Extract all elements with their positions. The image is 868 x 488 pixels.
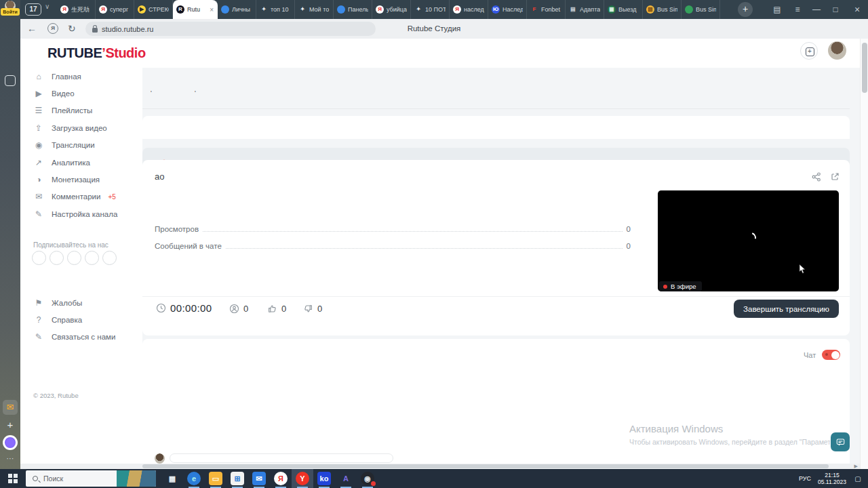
browser-tab[interactable]: ▦ Выезд bbox=[604, 0, 643, 19]
scrollbar-thumb[interactable] bbox=[862, 43, 867, 93]
browser-tab[interactable]: Bus Sim bbox=[682, 0, 720, 19]
alice-icon[interactable] bbox=[3, 435, 18, 450]
sidebar-item[interactable]: ✎ Настройка канала bbox=[20, 205, 142, 222]
tab-favicon: ▨ bbox=[646, 5, 654, 14]
mail-icon[interactable]: ✉ bbox=[3, 400, 18, 415]
side-panel-icon[interactable] bbox=[4, 94, 16, 104]
taskbar-app-icon[interactable]: e bbox=[183, 469, 205, 488]
browser-tab[interactable]: ▨ Bus Sim bbox=[643, 0, 682, 19]
taskbar-app-icon[interactable]: ◉ bbox=[357, 469, 378, 488]
browser-tab[interactable]: ▤ Адапта bbox=[566, 0, 604, 19]
taskbar-app-icon[interactable]: ko bbox=[313, 469, 335, 488]
taskbar-app-icon[interactable]: A bbox=[335, 469, 357, 488]
close-icon[interactable]: × bbox=[210, 6, 214, 14]
taskbar-app-icon[interactable]: ⊞ bbox=[226, 469, 248, 488]
scrollbar-thumb[interactable] bbox=[142, 464, 829, 468]
signin-badge[interactable]: Войти bbox=[1, 8, 20, 16]
tab-favicon: ✦ bbox=[298, 5, 307, 14]
browser-tab[interactable]: ✦ топ 10 bbox=[256, 0, 295, 19]
taskbar-clock[interactable]: 21:15 05.11.2023 bbox=[814, 472, 850, 485]
dotted-leader bbox=[226, 248, 623, 249]
browser-tab[interactable]: ✦ 10 ПОТ bbox=[411, 0, 450, 19]
user-avatar[interactable] bbox=[828, 41, 846, 60]
browser-tab[interactable]: Я 生死劫 bbox=[57, 0, 96, 19]
social-icon[interactable] bbox=[50, 251, 64, 265]
restore-button[interactable]: □ bbox=[828, 0, 843, 19]
browser-tab[interactable]: Личны bbox=[218, 0, 256, 19]
browser-tab[interactable]: ▶ СТРЕКО bbox=[134, 0, 173, 19]
social-icon[interactable] bbox=[67, 251, 81, 265]
sidebar-item[interactable]: ✎ Связаться с нами bbox=[20, 329, 142, 346]
yandex-search-icon[interactable]: Я bbox=[47, 23, 58, 34]
likes-counter[interactable]: 0 bbox=[267, 304, 286, 314]
social-icon[interactable] bbox=[102, 251, 117, 265]
sidebar-item[interactable]: ↗ Аналитика bbox=[20, 154, 142, 171]
taskbar-app-icon[interactable]: ▭ bbox=[205, 469, 226, 488]
sidebar-item[interactable]: ☰ Плейлисты bbox=[20, 102, 142, 119]
minimize-button[interactable]: — bbox=[809, 0, 824, 19]
sidebar-item-label: Монетизация bbox=[52, 176, 100, 184]
refresh-icon[interactable]: ↻ bbox=[68, 19, 76, 39]
sidebar-item[interactable]: ? Справка bbox=[20, 311, 142, 328]
sidebar-item[interactable]: ⌂ Главная bbox=[20, 68, 142, 85]
sidebar-item[interactable]: ▶ Видео bbox=[20, 85, 142, 102]
chevron-down-icon[interactable]: ∨ bbox=[45, 3, 50, 10]
browser-tabs: Я 生死劫 Я суперг ▶ СТРЕКО R Rutu × Личны ✦ bbox=[57, 0, 720, 19]
language-indicator[interactable]: РУС bbox=[796, 475, 814, 482]
browser-tab[interactable]: Панель bbox=[334, 0, 372, 19]
tab-favicon: Я bbox=[60, 5, 68, 14]
address-bar[interactable]: studio.rutube.ru bbox=[85, 22, 376, 36]
more-icon[interactable]: ⋯ bbox=[3, 454, 18, 463]
taskbar-app-icon[interactable]: ✉ bbox=[248, 469, 270, 488]
browser-tab[interactable]: Ю Наслед bbox=[488, 0, 527, 19]
side-panel-icon[interactable] bbox=[4, 39, 16, 49]
sidebar-item[interactable]: ⚑ Жалобы bbox=[20, 294, 142, 311]
browser-tab[interactable]: Я убийца bbox=[372, 0, 411, 19]
tab-count-box[interactable]: 17 bbox=[25, 3, 41, 16]
external-link-icon[interactable] bbox=[829, 171, 840, 182]
browser-tab[interactable]: ✦ Мой то bbox=[295, 0, 334, 19]
side-panel-icon[interactable] bbox=[4, 57, 16, 68]
close-window-button[interactable]: × bbox=[850, 0, 865, 19]
browser-tab[interactable]: Я наслед bbox=[450, 0, 488, 19]
app-header: RUTUBE’Studio + bbox=[20, 39, 868, 68]
chat-fab-button[interactable] bbox=[831, 432, 850, 451]
browser-tab[interactable]: Я суперг bbox=[96, 0, 134, 19]
taskbar-search[interactable]: Поиск bbox=[26, 470, 156, 487]
browser-tab[interactable]: R Rutu × bbox=[173, 0, 218, 19]
start-button[interactable] bbox=[0, 469, 26, 488]
sidebar-item[interactable]: ◑ Монетизация bbox=[20, 171, 142, 188]
scroll-right-arrow[interactable]: ▶ bbox=[854, 464, 858, 469]
back-icon[interactable]: ← bbox=[27, 19, 37, 39]
viewers-counter: 0 bbox=[229, 304, 248, 314]
taskbar-app-icon[interactable]: Y bbox=[292, 469, 313, 488]
dislikes-counter[interactable]: 0 bbox=[303, 304, 322, 314]
collections-icon[interactable]: ▤ bbox=[770, 0, 785, 19]
stat-row: Сообщений в чате 0 bbox=[155, 242, 631, 251]
add-icon[interactable]: + bbox=[3, 418, 18, 432]
social-icon[interactable] bbox=[32, 251, 46, 265]
side-panel-icon[interactable] bbox=[5, 75, 16, 86]
horizontal-scrollbar[interactable]: ▶ bbox=[20, 464, 860, 469]
news-widget-thumbnail[interactable] bbox=[117, 470, 156, 487]
share-icon[interactable] bbox=[811, 171, 822, 182]
menu-icon[interactable]: ≡ bbox=[790, 0, 805, 19]
url-text: studio.rutube.ru bbox=[102, 25, 153, 33]
notification-center-icon[interactable]: ▢ bbox=[850, 475, 865, 483]
vertical-scrollbar[interactable] bbox=[860, 39, 868, 469]
side-panel-icon[interactable] bbox=[4, 20, 16, 31]
sidebar-item[interactable]: ✉ Комментарии +5 bbox=[20, 188, 142, 205]
sidebar-item[interactable]: ⇪ Загрузка видео bbox=[20, 119, 142, 136]
new-tab-button[interactable]: + bbox=[738, 2, 753, 17]
taskbar-app-icon[interactable]: Я bbox=[270, 469, 292, 488]
stream-preview[interactable]: В эфире bbox=[658, 190, 839, 291]
chat-message-input[interactable] bbox=[170, 453, 393, 463]
sidebar-item-label: Аналитика bbox=[52, 159, 90, 167]
sidebar-item[interactable]: ◉ Трансляции bbox=[20, 137, 142, 154]
end-stream-button[interactable]: Завершить трансляцию bbox=[734, 300, 839, 318]
taskbar-app-icon[interactable]: ▦ bbox=[161, 469, 183, 488]
social-icon[interactable] bbox=[85, 251, 99, 265]
browser-tab[interactable]: F Fonbet bbox=[527, 0, 566, 19]
create-button[interactable]: + bbox=[800, 42, 818, 60]
chat-toggle[interactable] bbox=[822, 350, 840, 360]
